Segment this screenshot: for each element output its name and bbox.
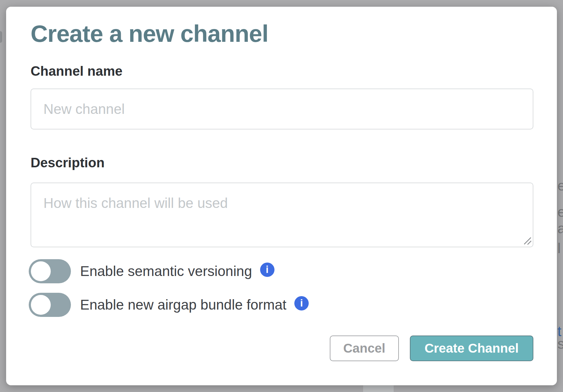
create-channel-modal: Create a new channel Channel name Descri… <box>6 7 557 385</box>
background-text-fragment: l <box>557 241 561 255</box>
background-text-fragment: e <box>557 179 563 193</box>
channel-name-input[interactable] <box>31 89 533 129</box>
airgap-bundle-label: Enable new airgap bundle format <box>80 296 286 313</box>
background-element-fragment <box>0 31 2 43</box>
description-field-wrap <box>31 183 533 247</box>
semantic-versioning-row: Enable semantic versioning i <box>29 259 274 283</box>
create-channel-button[interactable]: Create Channel <box>410 336 533 361</box>
channel-name-label: Channel name <box>31 64 123 79</box>
toggle-knob <box>31 261 51 281</box>
background-text-fragment: s <box>557 337 563 351</box>
info-icon-glyph: i <box>300 297 303 309</box>
dimmed-page-backdrop: e e a l t s Create a new channel Channel… <box>0 0 563 392</box>
info-icon[interactable]: i <box>260 263 274 277</box>
background-text-fragment: a <box>557 221 563 235</box>
info-icon[interactable]: i <box>294 296 309 310</box>
background-text-fragment: e <box>557 205 563 219</box>
modal-footer: Cancel Create Channel <box>330 336 533 361</box>
airgap-bundle-row: Enable new airgap bundle format i <box>29 292 309 317</box>
info-icon-glyph: i <box>266 264 268 275</box>
textarea-resize-handle-icon[interactable] <box>523 236 532 245</box>
airgap-bundle-toggle[interactable] <box>29 293 71 317</box>
description-label: Description <box>31 155 105 170</box>
semantic-versioning-toggle[interactable] <box>29 259 71 283</box>
toggle-knob <box>31 295 51 315</box>
background-element-fragment <box>363 385 394 392</box>
cancel-button[interactable]: Cancel <box>330 336 399 361</box>
semantic-versioning-label: Enable semantic versioning <box>80 263 252 279</box>
modal-title: Create a new channel <box>31 20 268 48</box>
description-textarea[interactable] <box>31 183 533 247</box>
